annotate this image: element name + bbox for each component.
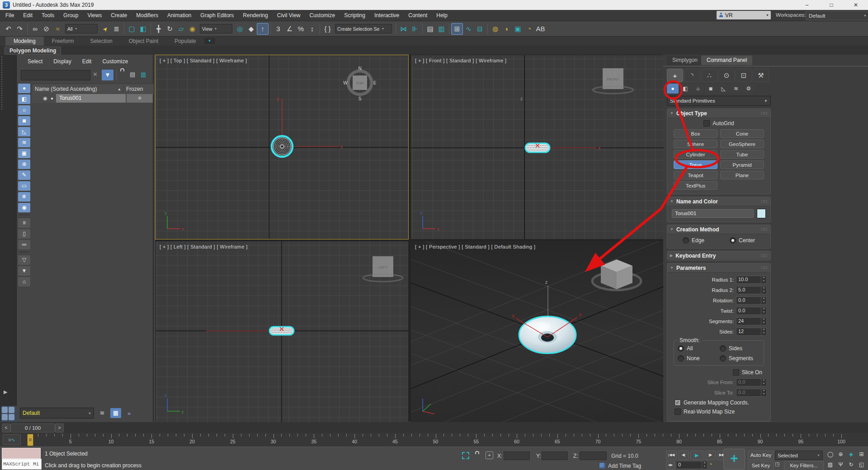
object-color-swatch[interactable] xyxy=(757,209,766,218)
textplus-button[interactable]: TextPlus xyxy=(674,181,717,190)
geometry-category-icon[interactable]: ● xyxy=(667,84,679,94)
sides-spinner[interactable]: 12▲▼ xyxy=(736,328,767,336)
menu-tools[interactable]: Tools xyxy=(37,10,59,21)
smooth-none[interactable]: None xyxy=(678,355,718,362)
toggle-layer-explorer-icon[interactable]: ▥ xyxy=(436,23,447,35)
named-selection-sets-dropdown[interactable]: Create Selection Se▼ xyxy=(335,24,392,33)
play-button[interactable]: ▶ xyxy=(690,451,703,460)
spinner-arrows-icon[interactable]: ▲▼ xyxy=(761,318,766,325)
maxscript-mini-listener[interactable] xyxy=(2,448,41,459)
display-helpers-icon[interactable]: ◺ xyxy=(18,127,30,136)
filter-icon[interactable]: ▼ xyxy=(18,266,30,276)
display-containers-icon[interactable]: ▣ xyxy=(18,149,30,158)
rollout-header[interactable]: ▼Parameters∷∷ xyxy=(667,263,770,273)
segments-spinner[interactable]: 24▲▼ xyxy=(736,317,767,325)
display-hidden-icon[interactable]: ◉ xyxy=(18,203,30,212)
radius-1-spinner[interactable]: 10.0▲▼ xyxy=(736,276,767,284)
display-lights-icon[interactable]: ☼ xyxy=(18,105,30,115)
menu-group[interactable]: Group xyxy=(59,10,83,21)
viewport-front[interactable]: [ + ] [ Front ] [ Standard ] [ Wireframe… xyxy=(410,55,664,240)
lights-category-icon[interactable]: ☼ xyxy=(692,84,704,94)
schematic-view-icon[interactable]: ⊟ xyxy=(474,23,486,35)
drag-handle[interactable] xyxy=(1,56,2,111)
window-crossing-icon[interactable]: ◧ xyxy=(137,23,149,35)
geosphere-button[interactable]: GeoSphere xyxy=(720,140,764,148)
rectangular-selection-region-icon[interactable]: ▢ xyxy=(126,23,137,35)
clear-search-icon[interactable]: ✕ xyxy=(93,71,98,78)
keyboard-shortcut-override-icon[interactable]: ↑ xyxy=(257,23,269,35)
smooth-sides[interactable]: Sides xyxy=(720,345,760,352)
account-dropdown[interactable]: VR ▼ xyxy=(717,11,771,19)
zoom-extents-icon[interactable]: ◈ xyxy=(846,450,856,459)
ribbon-tab-freeform[interactable]: Freeform xyxy=(44,37,82,46)
percent-snap-toggle-icon[interactable]: % xyxy=(295,23,307,35)
maximize-button[interactable]: □ xyxy=(819,0,844,10)
visibility-eye-icon[interactable]: ◉ xyxy=(42,95,49,101)
slice-from-spinner[interactable]: 0.0▲▼ xyxy=(736,378,767,386)
explorer-menu-display[interactable]: Display xyxy=(49,56,75,66)
mini-curve-editor-button[interactable]: ≡∿ xyxy=(3,434,21,445)
time-configuration-icon[interactable]: ◔ xyxy=(708,461,712,468)
explorer-menu-customize[interactable]: Customize xyxy=(98,56,132,66)
sync-selection-icon[interactable]: ≡ xyxy=(18,218,30,228)
property-sheet-icon[interactable]: ≔ xyxy=(18,240,30,249)
create-tab-icon[interactable]: + xyxy=(667,69,683,82)
next-frame-arrow[interactable]: > xyxy=(55,423,64,432)
viewport-perspective[interactable]: [ + ] [ Perspective ] [ Standard ] [ Def… xyxy=(410,241,664,423)
space-warps-category-icon[interactable]: ≋ xyxy=(730,84,742,94)
creation-method-edge[interactable]: Edge xyxy=(683,237,704,244)
column-frozen[interactable]: Frozen xyxy=(123,86,153,92)
spinner-snap-toggle-icon[interactable]: ↕ xyxy=(307,23,318,35)
render-setup-icon[interactable]: ◖ xyxy=(501,23,512,35)
rendered-frame-window-icon[interactable]: ▣ xyxy=(512,23,524,35)
workspace-dropdown[interactable]: Default ▼ xyxy=(806,11,868,20)
undo-icon[interactable]: ↶ xyxy=(3,23,14,35)
go-to-start-button[interactable]: |◀◀ xyxy=(666,451,677,460)
key-filters-button[interactable]: Key Filters... xyxy=(784,461,824,470)
sides-radio[interactable] xyxy=(720,345,726,352)
previous-frame-arrow[interactable]: < xyxy=(2,423,10,432)
next-frame-button[interactable]: |▶ xyxy=(705,451,716,460)
primitive-type-dropdown[interactable]: Standard Primitives ▼ xyxy=(667,96,771,106)
center-radio[interactable] xyxy=(730,237,736,244)
menu-modifiers[interactable]: Modifiers xyxy=(132,10,163,21)
previous-frame-button[interactable]: ◀| xyxy=(678,451,689,460)
viewport-layout-tab[interactable] xyxy=(1,406,17,423)
select-and-move-icon[interactable]: ╋ xyxy=(153,23,164,35)
spinner-arrows-icon[interactable]: ▲▼ xyxy=(761,297,766,304)
spinner-arrows-icon[interactable]: ▲▼ xyxy=(761,379,766,386)
select-and-rotate-icon[interactable]: ↻ xyxy=(164,23,175,35)
explorer-menu-select[interactable]: Select xyxy=(23,56,47,66)
twist-spinner[interactable]: 0.0▲▼ xyxy=(736,307,767,315)
column-name[interactable]: Name (Sorted Ascending) xyxy=(32,86,97,92)
viewport-top[interactable]: [ + ] [ Top ] [ Standard ] [ Wireframe ]… xyxy=(155,55,409,240)
set-key-button[interactable]: Set Key xyxy=(748,461,774,470)
material-editor-icon[interactable]: ◍ xyxy=(490,23,501,35)
bind-to-space-warp-icon[interactable]: ≈ xyxy=(52,23,63,35)
display-cameras-icon[interactable]: ◙ xyxy=(18,116,30,126)
spinner-arrows-icon[interactable]: ▲▼ xyxy=(761,389,766,396)
menu-graph-editors[interactable]: Graph Editors xyxy=(196,10,238,21)
zoom-extents-all-icon[interactable]: ⊞ xyxy=(857,450,866,459)
teapot-button[interactable]: Teapot xyxy=(674,171,717,179)
maximize-viewport-icon[interactable]: ◱ xyxy=(857,460,866,470)
viewport-perspective-label[interactable]: [ + ] [ Perspective ] [ Standard ] [ Def… xyxy=(415,244,535,249)
display-frozen-icon[interactable]: ❄ xyxy=(18,192,30,202)
shapes-category-icon[interactable]: ◧ xyxy=(679,84,691,94)
menu-create[interactable]: Create xyxy=(106,10,132,21)
close-button[interactable]: ✕ xyxy=(844,0,868,10)
use-pivot-point-center-icon[interactable]: ◎ xyxy=(234,23,245,35)
z-coordinate-field[interactable] xyxy=(580,451,607,460)
display-shapes-icon[interactable]: ◧ xyxy=(18,94,30,104)
display-space-warps-icon[interactable]: ≋ xyxy=(18,138,30,147)
display-geometry-icon[interactable]: ● xyxy=(18,84,30,93)
ribbon-tab-modeling[interactable]: Modeling xyxy=(5,37,44,46)
redo-icon[interactable]: ↷ xyxy=(14,23,25,35)
add-time-tag[interactable]: Add Time Tag xyxy=(608,463,641,469)
rotation-spinner[interactable]: 0.0▲▼ xyxy=(736,296,767,305)
helpers-category-icon[interactable]: ◺ xyxy=(717,84,729,94)
auto-key-button[interactable]: Auto Key xyxy=(748,451,774,460)
container-tools-icon[interactable]: ⌂ xyxy=(18,277,30,287)
time-slider-handle[interactable]: 0 xyxy=(27,434,33,446)
cameras-category-icon[interactable]: ◙ xyxy=(705,84,717,94)
